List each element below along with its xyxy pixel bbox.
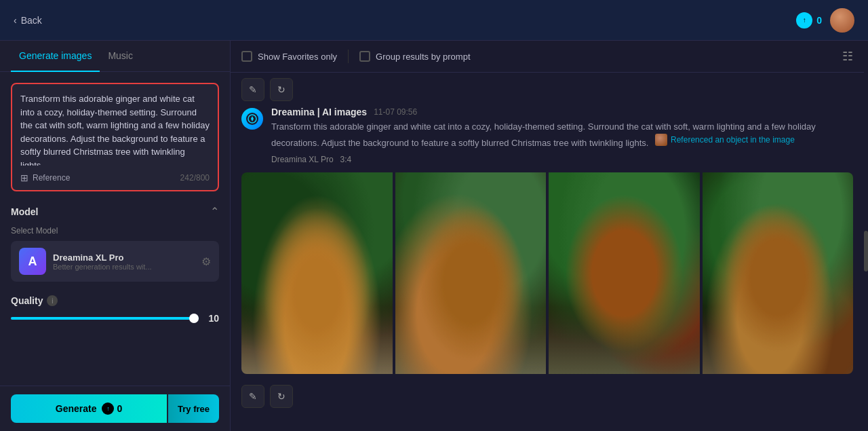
tab-generate-images-label: Generate images [19, 50, 92, 61]
generate-credit-icon: ↑ [102, 402, 114, 415]
header-right: ↑ 0 [796, 8, 854, 33]
scroll-track [864, 41, 868, 431]
quality-label: Quality [11, 295, 43, 306]
generate-credits: ↑ 0 [102, 402, 122, 415]
sidebar-tabs: Generate images Music [0, 41, 230, 72]
back-button[interactable]: ‹ Back [14, 15, 42, 26]
group-results-row: Group results by prompt [359, 51, 470, 62]
refresh-icon-button[interactable]: ↻ [270, 78, 293, 101]
show-favorites-row: Show Favorites only [241, 51, 337, 62]
tab-generate-images[interactable]: Generate images [11, 41, 100, 72]
show-favorites-label: Show Favorites only [258, 52, 337, 62]
credits-arrow-icon: ↑ [803, 16, 806, 24]
back-arrow-icon: ‹ [14, 15, 17, 26]
edit-icon-button[interactable]: ✎ [241, 78, 264, 101]
content-toolbar: Show Favorites only Group results by pro… [231, 41, 864, 73]
model-description: Better generation results wit... [53, 263, 195, 271]
bottom-edit-button[interactable]: ✎ [241, 385, 264, 408]
result-image-4[interactable] [703, 172, 854, 374]
result-header: Dreamina | AI images 11-07 09:56 Transfo… [241, 107, 853, 164]
content-area: Show Favorites only Group results by pro… [231, 41, 864, 431]
bottom-refresh-icon: ↻ [277, 391, 285, 402]
bottom-refresh-button[interactable]: ↻ [270, 385, 293, 408]
folder-icon: ☷ [842, 50, 853, 63]
prompt-footer: ⊞ Reference 242/800 [12, 168, 218, 190]
toolbar-divider [348, 50, 349, 63]
tab-music-label: Music [108, 50, 133, 61]
result-tags: Dreamina XL Pro 3:4 [271, 155, 853, 164]
dreamina-logo-svg [248, 114, 257, 124]
group-results-label: Group results by prompt [376, 52, 470, 62]
group-results-checkbox[interactable] [359, 51, 370, 62]
bottom-edit-icon: ✎ [249, 391, 257, 402]
credits-icon: ↑ [796, 12, 812, 29]
scroll-thumb[interactable] [864, 231, 868, 271]
quality-slider-thumb[interactable] [189, 314, 199, 323]
reference-label: Reference [33, 173, 70, 183]
quality-section: Quality i 10 [11, 295, 219, 324]
result-title-row: Dreamina | AI images 11-07 09:56 [271, 107, 853, 117]
tab-music[interactable]: Music [100, 41, 141, 72]
result-meta: Dreamina | AI images 11-07 09:56 Transfo… [271, 107, 853, 164]
refresh-icon: ↻ [277, 84, 285, 95]
model-section-header: Model ⌃ [11, 205, 219, 218]
credits-count: 0 [816, 15, 822, 26]
reference-icon: ⊞ [20, 172, 28, 183]
prompt-container: Transform this adorable ginger and white… [11, 83, 219, 191]
result-image-3[interactable] [549, 172, 700, 374]
char-count: 242/800 [180, 173, 210, 183]
result-timestamp: 11-07 09:56 [374, 107, 417, 117]
avatar[interactable] [830, 8, 854, 33]
credits-badge: ↑ 0 [796, 12, 822, 29]
sidebar-content: Transform this adorable ginger and white… [0, 72, 230, 386]
generate-credits-count: 0 [117, 403, 122, 414]
action-icons-row: ✎ ↻ [231, 73, 864, 107]
model-section-title: Model [11, 206, 38, 217]
result-image-1[interactable] [241, 172, 393, 374]
result-section: Dreamina | AI images 11-07 09:56 Transfo… [231, 107, 864, 431]
image-grid [241, 172, 853, 374]
result-model-tag: Dreamina XL Pro [271, 155, 334, 164]
quality-slider-row: 10 [11, 313, 219, 324]
select-model-label: Select Model [11, 226, 219, 236]
generate-label: Generate [56, 403, 97, 414]
reference-button[interactable]: ⊞ Reference [20, 172, 70, 183]
result-ratio-tag: 3:4 [340, 155, 352, 164]
header: ‹ Back ↑ 0 [0, 0, 868, 41]
model-card[interactable]: A Dreamina XL Pro Better generation resu… [11, 241, 219, 282]
dreamina-icon-inner [246, 113, 258, 125]
bottom-actions: ✎ ↻ [241, 381, 853, 412]
prompt-textarea[interactable]: Transform this adorable ginger and white… [12, 84, 218, 166]
result-prompt-text: Transform this adorable ginger and white… [271, 120, 853, 149]
sidebar: Generate images Music Transform this ado… [0, 41, 231, 431]
try-free-label: Try free [178, 404, 210, 414]
result-app-name: Dreamina | AI images [271, 107, 367, 117]
model-icon: A [19, 248, 46, 275]
generate-bar: Generate ↑ 0 Try free [0, 386, 230, 431]
model-info: Dreamina XL Pro Better generation result… [53, 252, 195, 271]
quality-value: 10 [205, 313, 219, 324]
quality-header: Quality i [11, 295, 219, 306]
back-label: Back [21, 15, 42, 26]
model-name: Dreamina XL Pro [53, 252, 195, 263]
edit-icon: ✎ [249, 84, 257, 95]
model-collapse-button[interactable]: ⌃ [210, 205, 219, 218]
folder-button[interactable]: ☷ [842, 49, 853, 64]
try-free-button[interactable]: Try free [168, 394, 219, 423]
quality-slider-fill [11, 317, 199, 320]
quality-slider[interactable] [11, 317, 199, 320]
ref-thumbnail [655, 134, 667, 146]
avatar-image [830, 8, 854, 33]
result-image-2[interactable] [395, 172, 547, 374]
dreamina-icon [241, 108, 263, 130]
generate-button[interactable]: Generate ↑ 0 [11, 394, 167, 423]
model-settings-button[interactable]: ⚙ [201, 255, 211, 268]
show-favorites-checkbox[interactable] [241, 51, 252, 62]
referenced-link[interactable]: Referenced an object in the image [671, 134, 795, 146]
quality-info-icon[interactable]: i [47, 295, 58, 306]
model-letter: A [28, 255, 37, 269]
main-layout: Generate images Music Transform this ado… [0, 41, 868, 431]
